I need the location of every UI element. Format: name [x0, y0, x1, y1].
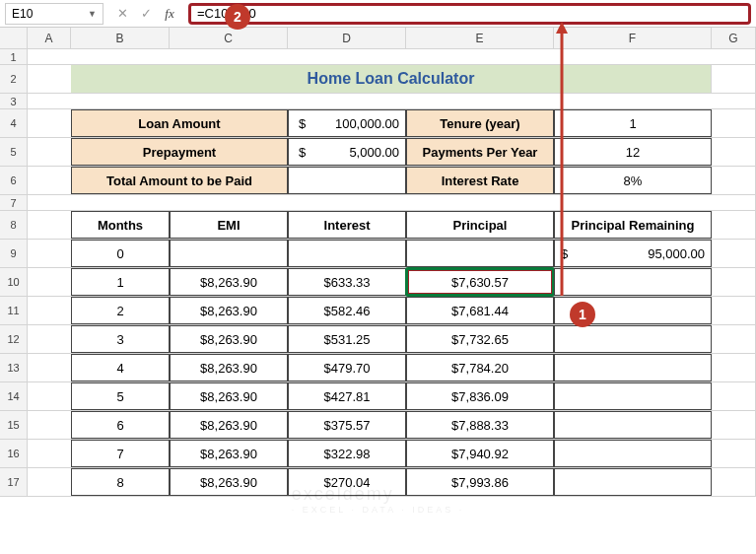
cell[interactable]: [170, 195, 288, 210]
enter-icon[interactable]: ✓: [135, 3, 157, 25]
total-paid-label[interactable]: Total Amount to be Paid: [71, 167, 288, 194]
cell[interactable]: [554, 49, 712, 64]
col-header-b[interactable]: B: [71, 28, 170, 48]
loan-amount-value[interactable]: $ 100,000.00: [288, 109, 406, 137]
cell-principal[interactable]: $7,630.57: [406, 268, 554, 296]
row-header[interactable]: 10: [0, 268, 28, 296]
cell-interest[interactable]: $322.98: [288, 440, 406, 467]
row-header[interactable]: 15: [0, 411, 28, 439]
cell[interactable]: [712, 195, 756, 210]
rate-value[interactable]: 8%: [554, 167, 712, 194]
row-header[interactable]: 13: [0, 354, 28, 381]
row-header[interactable]: 3: [0, 94, 28, 108]
cell-remaining[interactable]: [554, 411, 712, 439]
cell-emi[interactable]: [170, 240, 288, 267]
cell[interactable]: [71, 49, 170, 64]
cell[interactable]: [712, 49, 756, 64]
row-header[interactable]: 5: [0, 138, 28, 166]
col-header-c[interactable]: C: [170, 28, 288, 48]
cell[interactable]: [28, 65, 71, 93]
cell-interest[interactable]: $375.57: [288, 411, 406, 439]
cell-principal[interactable]: [406, 240, 554, 267]
cell-remaining[interactable]: [554, 325, 712, 353]
formula-input[interactable]: =C10-D10: [188, 3, 751, 25]
cell[interactable]: [712, 468, 756, 496]
cell[interactable]: [170, 49, 288, 64]
cell-months[interactable]: 1: [71, 268, 170, 296]
cell-remaining[interactable]: [554, 382, 712, 410]
name-box[interactable]: E10 ▼: [5, 3, 103, 25]
total-paid-value[interactable]: [288, 167, 406, 194]
cell[interactable]: [28, 440, 71, 467]
cell[interactable]: [712, 325, 756, 353]
cell[interactable]: [28, 268, 71, 296]
cell-principal[interactable]: $7,940.92: [406, 440, 554, 467]
cell-months[interactable]: 6: [71, 411, 170, 439]
title-cell[interactable]: Home Loan Calculator: [71, 65, 712, 93]
cell[interactable]: [712, 382, 756, 410]
cell[interactable]: [712, 440, 756, 467]
row-header[interactable]: 7: [0, 195, 28, 210]
col-header-e[interactable]: E: [406, 28, 554, 48]
fx-icon[interactable]: fx: [159, 3, 180, 25]
cell-interest[interactable]: $582.46: [288, 297, 406, 324]
cell[interactable]: [28, 138, 71, 166]
row-header[interactable]: 14: [0, 382, 28, 410]
row-header[interactable]: 1: [0, 49, 28, 64]
cell-interest[interactable]: $531.25: [288, 325, 406, 353]
row-header[interactable]: 4: [0, 109, 28, 137]
cell[interactable]: [712, 65, 756, 93]
cell[interactable]: [712, 268, 756, 296]
cell-interest[interactable]: $633.33: [288, 268, 406, 296]
cell[interactable]: [28, 354, 71, 381]
cell-remaining[interactable]: $95,000.00: [554, 240, 712, 267]
ppy-label[interactable]: Payments Per Year: [406, 138, 554, 166]
col-header-g[interactable]: G: [712, 28, 756, 48]
header-interest[interactable]: Interest: [288, 211, 406, 239]
cell[interactable]: [288, 94, 406, 108]
cell-remaining[interactable]: [554, 440, 712, 467]
col-header-f[interactable]: F: [554, 28, 712, 48]
cell-emi[interactable]: $8,263.90: [170, 468, 288, 496]
ppy-value[interactable]: 12: [554, 138, 712, 166]
cell[interactable]: [28, 240, 71, 267]
cell[interactable]: [712, 354, 756, 381]
rate-label[interactable]: Interest Rate: [406, 167, 554, 194]
cell-emi[interactable]: $8,263.90: [170, 297, 288, 324]
cell[interactable]: [288, 49, 406, 64]
cell-principal[interactable]: $7,732.65: [406, 325, 554, 353]
cell-emi[interactable]: $8,263.90: [170, 411, 288, 439]
header-remaining[interactable]: Principal Remaining: [554, 211, 712, 239]
prepayment-label[interactable]: Prepayment: [71, 138, 288, 166]
cell[interactable]: [712, 167, 756, 194]
cell[interactable]: [71, 195, 170, 210]
cell[interactable]: [288, 195, 406, 210]
cell-principal[interactable]: $7,681.44: [406, 297, 554, 324]
cell-principal[interactable]: $7,784.20: [406, 354, 554, 381]
cell-remaining[interactable]: [554, 468, 712, 496]
row-header[interactable]: 17: [0, 468, 28, 496]
cell-interest[interactable]: $427.81: [288, 382, 406, 410]
cell[interactable]: [712, 240, 756, 267]
cell[interactable]: [170, 94, 288, 108]
cell[interactable]: [28, 297, 71, 324]
col-header-a[interactable]: A: [28, 28, 71, 48]
row-header[interactable]: 2: [0, 65, 28, 93]
tenure-label[interactable]: Tenure (year): [406, 109, 554, 137]
header-months[interactable]: Months: [71, 211, 170, 239]
cell[interactable]: [712, 211, 756, 239]
cell[interactable]: [28, 49, 71, 64]
cell-interest[interactable]: [288, 240, 406, 267]
cell-interest[interactable]: $270.04: [288, 468, 406, 496]
cell[interactable]: [28, 94, 71, 108]
header-emi[interactable]: EMI: [170, 211, 288, 239]
cell[interactable]: [71, 94, 170, 108]
row-header[interactable]: 11: [0, 297, 28, 324]
cell-principal[interactable]: $7,888.33: [406, 411, 554, 439]
cell[interactable]: [28, 109, 71, 137]
cell-remaining[interactable]: [554, 268, 712, 296]
tenure-value[interactable]: 1: [554, 109, 712, 137]
row-header[interactable]: 9: [0, 240, 28, 267]
cell[interactable]: [712, 297, 756, 324]
cell[interactable]: [28, 411, 71, 439]
